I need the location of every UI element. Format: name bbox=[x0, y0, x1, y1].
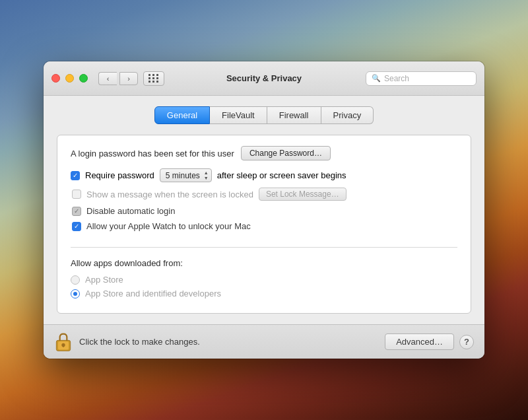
forward-icon: › bbox=[127, 75, 130, 83]
app-store-option: App Store bbox=[71, 275, 457, 285]
footer-text: Click the lock to make changes. bbox=[79, 337, 385, 347]
svg-rect-3 bbox=[63, 345, 64, 347]
advanced-button[interactable]: Advanced… bbox=[385, 333, 454, 350]
disable-auto-login-label: Disable automatic login bbox=[86, 206, 175, 216]
grid-icon bbox=[148, 74, 159, 83]
apple-watch-row: Allow your Apple Watch to unlock your Ma… bbox=[71, 221, 457, 231]
grid-button[interactable] bbox=[143, 71, 164, 86]
show-message-label: Show a message when the screen is locked bbox=[86, 190, 253, 199]
show-message-checkbox[interactable] bbox=[72, 190, 81, 199]
app-store-radio[interactable] bbox=[71, 275, 80, 285]
security-section: A login password has been set for this u… bbox=[71, 146, 457, 236]
search-bar[interactable]: 🔍 Search bbox=[366, 71, 477, 86]
dropdown-value: 5 minutes bbox=[166, 171, 200, 180]
window-title: Security & Privacy bbox=[226, 73, 302, 83]
app-store-identified-radio[interactable] bbox=[71, 289, 80, 298]
lock-icon bbox=[54, 332, 73, 353]
settings-panel: A login password has been set for this u… bbox=[57, 135, 471, 314]
traffic-lights bbox=[51, 74, 88, 83]
tab-bar: General FileVault Firewall Privacy bbox=[57, 106, 471, 124]
dropdown-arrow-icon bbox=[204, 170, 209, 180]
login-password-label: A login password has been set for this u… bbox=[71, 149, 234, 158]
download-section-label: Allow apps downloaded from: bbox=[71, 258, 457, 268]
tab-firewall[interactable]: Firewall bbox=[267, 106, 321, 124]
content-area: General FileVault Firewall Privacy A log… bbox=[44, 96, 484, 324]
back-icon: ‹ bbox=[107, 75, 110, 83]
search-icon: 🔍 bbox=[372, 74, 381, 83]
require-password-checkbox[interactable] bbox=[71, 171, 80, 180]
require-password-suffix: after sleep or screen saver begins bbox=[217, 170, 346, 180]
help-button[interactable]: ? bbox=[459, 335, 474, 349]
close-button[interactable] bbox=[51, 74, 60, 83]
main-window: ‹ › Security & Privacy 🔍 Search General … bbox=[44, 61, 484, 359]
apple-watch-checkbox[interactable] bbox=[72, 222, 81, 231]
footer: Click the lock to make changes. Advanced… bbox=[44, 324, 484, 359]
login-password-row: A login password has been set for this u… bbox=[71, 146, 457, 160]
section-divider bbox=[71, 247, 457, 248]
back-button[interactable]: ‹ bbox=[98, 72, 117, 85]
tab-privacy[interactable]: Privacy bbox=[321, 106, 374, 124]
require-password-row: Require password 5 minutes after sleep o… bbox=[71, 168, 457, 182]
tab-filevault[interactable]: FileVault bbox=[210, 106, 267, 124]
show-message-row: Show a message when the screen is locked… bbox=[71, 188, 457, 201]
disable-auto-login-row: Disable automatic login bbox=[71, 206, 457, 216]
nav-buttons: ‹ › bbox=[98, 72, 138, 85]
password-timeout-dropdown[interactable]: 5 minutes bbox=[160, 168, 212, 182]
set-lock-message-button: Set Lock Message… bbox=[259, 188, 346, 201]
zoom-button[interactable] bbox=[79, 74, 88, 83]
tab-general[interactable]: General bbox=[154, 106, 210, 124]
minimize-button[interactable] bbox=[65, 74, 74, 83]
app-store-identified-option: App Store and identified developers bbox=[71, 289, 457, 298]
app-store-identified-label: App Store and identified developers bbox=[85, 289, 221, 298]
forward-button[interactable]: › bbox=[119, 72, 138, 85]
download-section: Allow apps downloaded from: App Store Ap… bbox=[71, 258, 457, 302]
title-bar: ‹ › Security & Privacy 🔍 Search bbox=[44, 61, 484, 96]
app-store-label: App Store bbox=[85, 275, 123, 285]
disable-auto-login-checkbox[interactable] bbox=[72, 207, 81, 216]
change-password-button[interactable]: Change Password… bbox=[241, 146, 331, 160]
require-password-label: Require password bbox=[85, 170, 154, 180]
search-input[interactable]: Search bbox=[384, 74, 471, 83]
apple-watch-label: Allow your Apple Watch to unlock your Ma… bbox=[86, 221, 251, 231]
